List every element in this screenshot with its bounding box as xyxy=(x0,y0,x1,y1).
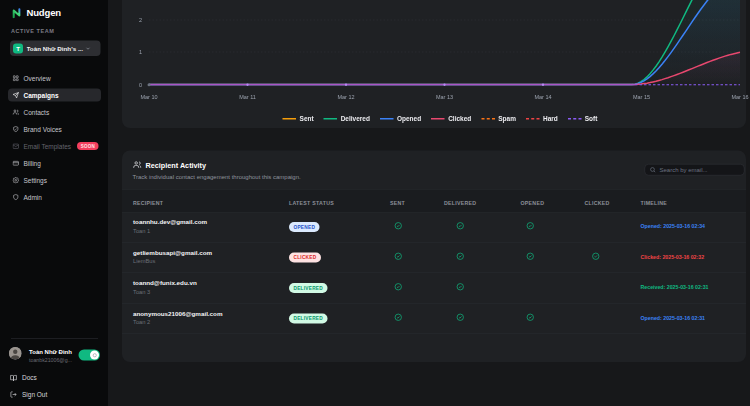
svg-text:Mar 16: Mar 16 xyxy=(731,94,748,100)
svg-text:2: 2 xyxy=(139,17,142,23)
svg-text:Mar 14: Mar 14 xyxy=(534,94,551,100)
svg-text:0: 0 xyxy=(139,82,142,88)
svg-text:Mar 11: Mar 11 xyxy=(239,94,256,100)
svg-text:Mar 12: Mar 12 xyxy=(337,94,354,100)
svg-text:1: 1 xyxy=(139,49,142,55)
svg-text:Mar 13: Mar 13 xyxy=(436,94,453,100)
svg-text:Mar 10: Mar 10 xyxy=(140,94,157,100)
svg-text:Mar 15: Mar 15 xyxy=(633,94,650,100)
